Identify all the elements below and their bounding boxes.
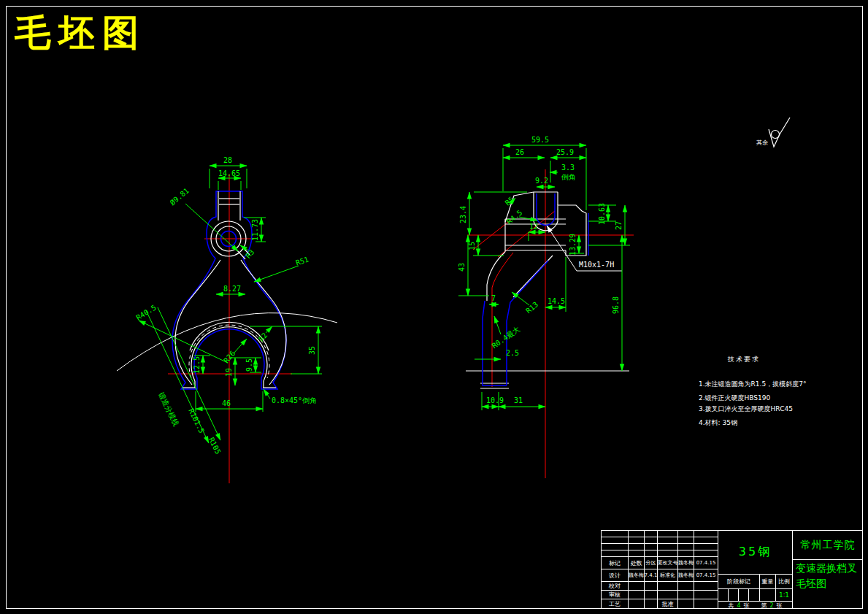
dim-10-9: 10.9 (486, 396, 504, 404)
tech-note-1: 1.未注锻造圆角为R1.5，拔模斜度7° (699, 380, 806, 388)
label-zone: 分区 (645, 557, 658, 569)
dim-r26: R26 (222, 349, 237, 364)
dim-3-3-chamfer-label: 倒角 (561, 173, 576, 181)
tech-note-4: 4.材料: 35钢 (699, 418, 737, 427)
dim-r101-5: R101.5 (187, 407, 206, 434)
dim-2-5: 2.5 (506, 349, 519, 357)
dim-43: 43 (458, 263, 466, 272)
label-process: 工艺 (602, 599, 629, 609)
dim-31: 31 (514, 396, 523, 404)
dim-59-5: 59.5 (531, 136, 549, 144)
drawing-area: 28 14.65 Ø9.81 11.73 R3 R51 8.27 R40.5 3… (0, 0, 868, 614)
dim-46: 46 (222, 399, 231, 407)
dim-7: 7 (491, 294, 496, 302)
tech-note-3: 3.拨叉口淬火至全厚硬度HRC45 (699, 404, 793, 413)
dim-35: 35 (308, 346, 316, 355)
dim-chamfer-note: 0.8×45°倒角 (272, 396, 317, 404)
material-spec: 35钢 (718, 531, 793, 575)
dim-96-8: 96.8 (612, 296, 620, 314)
dim-14-65: 14.65 (218, 169, 240, 177)
part-name: 变速器换档叉 (796, 561, 863, 576)
total-sheets: 4 (737, 602, 740, 609)
surface-finish-symbol: 其余 (756, 118, 790, 147)
dim-14-5: 14.5 (548, 297, 565, 305)
right-view: M10x1-7H (458, 136, 634, 478)
right-view-centerlines (467, 169, 634, 478)
dim-23-4: 23.4 (459, 206, 467, 223)
dim-thread: M10x1-7H (579, 261, 614, 269)
dim-10-63: 10.63 (598, 203, 606, 225)
label-standardize: 标准化 (658, 569, 678, 582)
roughness-circle-icon (772, 131, 780, 139)
dim-9-2: 9.2 (535, 177, 548, 185)
date-design: 07.4.15 (645, 569, 658, 582)
dim-r13: R13 (524, 300, 539, 315)
dim-3-3: 3.3 (561, 164, 575, 172)
dim-8-27: 8.27 (223, 285, 241, 293)
dim-12: 12 (529, 223, 538, 231)
label-proof: 校对 (602, 582, 629, 591)
dim-27: 27 (615, 221, 623, 230)
dim-r0-4-max: R0.4最大 (491, 325, 521, 350)
dim-25-9: 25.9 (556, 148, 574, 156)
cad-canvas: 毛坯图 (0, 0, 868, 614)
title-block-middle: 35钢 阶段标记 重量 比例 1∶1 共4张 第2张 (718, 531, 793, 609)
dim-13-29: 13.29 (569, 234, 577, 256)
label-scale: 比例 (776, 575, 793, 589)
left-view: 28 14.65 Ø9.81 11.73 R3 R51 8.27 R40.5 3… (117, 156, 337, 483)
title-block: 标记 处数 分区 更改文号 魏冬梅 07.4.15 设计 魏冬梅 07.4.15… (601, 530, 863, 609)
label-weight: 重量 (760, 575, 776, 589)
title-block-revision-table: 标记 处数 分区 更改文号 魏冬梅 07.4.15 设计 魏冬梅 07.4.15… (602, 531, 718, 609)
signature-mark-row: 魏冬梅 (678, 557, 694, 569)
title-block-right: 常州工学院 变速器换档叉 毛坯图 (793, 531, 863, 609)
tech-notes-heading: 技术要求 (728, 355, 858, 364)
signature-standardize: 魏冬梅 (678, 569, 694, 582)
label-audit: 审核 (602, 591, 629, 599)
page-number: 2 (770, 602, 774, 609)
dim-19: 19 (225, 368, 233, 377)
sheet-count-row: 共4张 第2张 (718, 602, 793, 609)
label-mark: 标记 (602, 557, 629, 569)
label-approve: 批准 (658, 599, 678, 609)
left-view-centerlines (168, 174, 292, 483)
dim-r40-5: R40.5 (134, 303, 157, 321)
weight-value (760, 589, 776, 602)
label-page-sheet: 张 (777, 602, 783, 610)
label-design: 设计 (602, 569, 629, 582)
label-sheets: 张 (744, 602, 750, 610)
label-stage-mark: 阶段标记 (718, 575, 760, 589)
drawing-title-cell: 变速器换档叉 毛坯图 (793, 560, 863, 609)
dim-28: 28 (223, 156, 232, 164)
label-parting-line: 锻造分模线 (157, 391, 180, 428)
dim-12-5: 12.5 (193, 356, 201, 374)
label-count: 处数 (629, 557, 645, 569)
dim-11-73: 11.73 (251, 219, 259, 241)
label-doc-no: 更改文号 (658, 557, 678, 569)
tech-note-2: 2.锻件正火硬度HBS190 (699, 394, 770, 402)
signature-design: 魏冬梅 (629, 569, 645, 582)
date-mark-row: 07.4.15 (694, 557, 718, 569)
surface-rest-label: 其余 (756, 139, 768, 146)
label-page: 第 (761, 602, 767, 610)
left-view-dim-texts: 28 14.65 Ø9.81 11.73 R3 R51 8.27 R40.5 3… (134, 156, 317, 456)
drawing-type: 毛坯图 (796, 576, 863, 591)
dim-r51: R51 (295, 256, 310, 267)
date-standardize: 07.4.15 (694, 569, 718, 582)
scale-value: 1∶1 (776, 589, 793, 602)
dim-26: 26 (515, 148, 524, 156)
dim-9-5: 9.5 (245, 358, 253, 372)
dim-15: 15 (468, 242, 476, 250)
label-total: 共 (728, 602, 734, 610)
dim-dia-9-81: Ø9.81 (169, 186, 191, 207)
dim-r3: R3 (244, 248, 256, 260)
school-name: 常州工学院 (793, 531, 863, 560)
technical-requirements: 技术要求 1.未注锻造圆角为R1.5，拔模斜度7° 2.锻件正火硬度HBS190… (683, 355, 858, 364)
